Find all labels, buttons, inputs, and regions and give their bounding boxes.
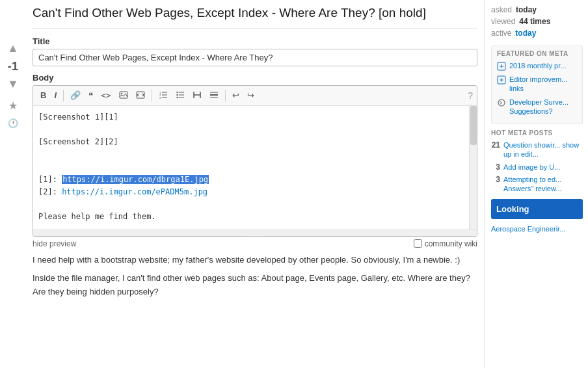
hot-section: HOT META POSTS 21 Question showir... sho…	[491, 129, 583, 193]
image-icon	[119, 90, 128, 99]
ordered-list-button[interactable]: 123	[155, 88, 171, 103]
community-wiki-checkbox[interactable]	[414, 239, 422, 248]
meta-stats: asked today viewed 44 times active today	[491, 5, 583, 38]
link-button[interactable]: 🔗	[67, 89, 84, 101]
hot-link-1[interactable]: Question showir... show up in edit...	[503, 140, 583, 159]
bold-button[interactable]: B	[37, 89, 49, 101]
image-button[interactable]	[116, 88, 131, 103]
vote-column: ▲ -1 ▼ ★ 🕐	[0, 0, 26, 368]
hot-count-1: 21	[491, 140, 500, 150]
editor-line-5	[38, 161, 464, 173]
viewed-label: viewed	[491, 17, 515, 26]
aerospace-link[interactable]: Aerospace Engineerir...	[491, 225, 565, 233]
looking-title: Looking	[496, 204, 578, 214]
featured-link-3: Developer Surve... Suggestions?	[509, 98, 577, 116]
featured-item-3[interactable]: Developer Surve... Suggestions?	[497, 98, 577, 116]
svg-text:3: 3	[159, 96, 161, 99]
ol-icon: 123	[159, 90, 168, 99]
right-sidebar: asked today viewed 44 times active today…	[484, 0, 588, 368]
editor-text-area[interactable]: [Screenshot 1][1] [Screenshot 2][2] [1]:…	[33, 106, 469, 230]
svg-point-10	[176, 94, 178, 95]
aerospace-item: Aerospace Engineerir...	[491, 224, 583, 233]
svg-point-1	[120, 92, 122, 94]
meta-viewed-row: viewed 44 times	[491, 17, 583, 26]
code-button[interactable]: <>	[98, 89, 114, 101]
svg-point-11	[176, 96, 178, 98]
community-wiki-label: community wiki	[425, 239, 477, 248]
preview-area: I need help with a bootstrap website; my…	[33, 251, 477, 307]
featured-link-2: Editor improvem... links	[509, 75, 577, 94]
featured-item-1[interactable]: 2018 monthly pr...	[497, 61, 577, 71]
ref2-url: https://i.imgur.com/ePADM5m.jpg	[62, 187, 207, 196]
toolbar-sep-1	[63, 90, 64, 101]
vote-up-button[interactable]: ▲	[4, 39, 22, 57]
page-title: Can't Find Other Web Pages, Except Index…	[33, 0, 477, 29]
active-value: today	[515, 29, 536, 38]
unordered-list-button[interactable]	[172, 88, 188, 103]
hot-link-3[interactable]: Attempting to ed... Answers" review...	[503, 175, 583, 194]
blockquote-button[interactable]: ❝	[85, 89, 96, 101]
favorite-button[interactable]: ★	[8, 99, 18, 112]
featured-icon-1	[497, 62, 506, 71]
editor-footer: hide preview community wiki	[33, 237, 477, 251]
community-wiki-area: community wiki	[414, 239, 477, 248]
main-content: Can't Find Other Web Pages, Except Index…	[26, 0, 484, 368]
preview-p1: I need help with a bootstrap website; my…	[33, 254, 477, 267]
pre-icon	[136, 90, 145, 99]
meta-asked-row: asked today	[491, 5, 583, 14]
editor-scrollbar[interactable]	[469, 106, 477, 230]
featured-icon-3	[497, 98, 506, 107]
redo-button[interactable]: ↪	[244, 89, 258, 101]
editor-body: [Screenshot 1][1] [Screenshot 2][2] [1]:…	[33, 106, 477, 230]
toolbar-sep-2	[152, 90, 152, 101]
hot-item-1: 21 Question showir... show up in edit...	[491, 140, 583, 159]
svg-point-9	[176, 91, 178, 92]
toolbar-sep-3	[225, 90, 226, 101]
editor-line-4	[38, 148, 464, 161]
hot-item-3: 3 Attempting to ed... Answers" review...	[491, 175, 583, 194]
hot-link-2[interactable]: Add image by U...	[503, 163, 560, 172]
hr-button[interactable]	[206, 88, 222, 103]
heading-icon	[193, 90, 202, 99]
resize-handle[interactable]: · · · · ·	[33, 230, 477, 236]
hide-preview-button[interactable]: hide preview	[33, 239, 76, 248]
title-input[interactable]	[33, 49, 477, 66]
editor-toolbar: B I 🔗 ❝ <> 123	[33, 86, 477, 106]
featured-title: FEATURED ON META	[497, 50, 577, 57]
body-label: Body	[33, 73, 477, 83]
ref1-url: https://i.imgur.com/dbrga1E.jpg	[62, 175, 209, 184]
hot-count-2: 3	[491, 163, 500, 172]
hr-icon	[209, 90, 219, 99]
undo-button[interactable]: ↩	[229, 89, 243, 101]
scrollbar-thumb	[470, 106, 477, 145]
featured-icon-2	[497, 75, 506, 85]
preformatted-button[interactable]	[133, 88, 148, 103]
editor-line-7: Please help me find them.	[38, 211, 464, 223]
hot-count-3: 3	[491, 175, 500, 184]
history-button[interactable]: 🕐	[8, 118, 18, 128]
hot-item-2: 3 Add image by U...	[491, 163, 583, 172]
featured-section: FEATURED ON META 2018 monthly pr... Edit…	[491, 46, 583, 124]
ref1-prefix: [1]:	[38, 175, 62, 184]
editor-line-2	[38, 124, 464, 136]
featured-link-1: 2018 monthly pr...	[509, 61, 566, 70]
hot-title: HOT META POSTS	[491, 129, 583, 137]
ul-icon	[176, 90, 185, 99]
looking-section[interactable]: Looking	[491, 199, 583, 219]
editor-line-1: [Screenshot 1][1]	[38, 111, 464, 124]
editor-ref-1: [1]: https://i.imgur.com/dbrga1E.jpg	[38, 174, 464, 186]
vote-count: -1	[8, 60, 19, 72]
title-label: Title	[33, 36, 477, 46]
meta-active-row: active today	[491, 29, 583, 38]
heading-button[interactable]	[189, 88, 205, 103]
vote-down-button[interactable]: ▼	[4, 75, 22, 93]
editor-line-6	[38, 198, 464, 211]
help-button[interactable]: ?	[468, 90, 473, 101]
viewed-value: 44 times	[519, 17, 550, 26]
preview-p2: Inside the file manager, I can't find ot…	[33, 272, 477, 299]
asked-value: today	[516, 5, 537, 14]
featured-item-2[interactable]: Editor improvem... links	[497, 75, 577, 94]
editor-wrapper: B I 🔗 ❝ <> 123	[33, 85, 477, 237]
italic-button[interactable]: I	[51, 89, 60, 101]
ref2-prefix: [2]:	[38, 187, 62, 196]
